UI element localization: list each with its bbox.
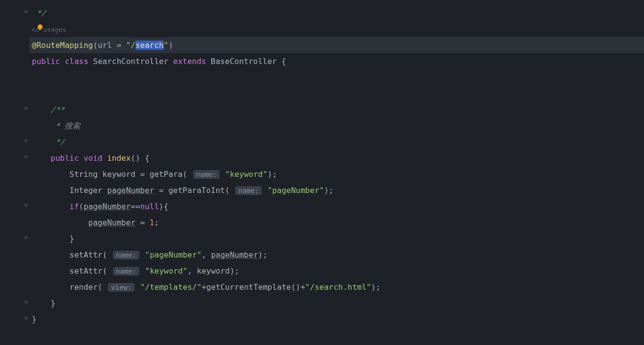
code-line[interactable] <box>29 69 644 86</box>
code-line[interactable] <box>29 86 644 102</box>
svg-rect-1 <box>39 29 41 30</box>
code-line-highlighted[interactable]: @RouteMapping(url = "/search") <box>29 37 644 53</box>
intention-bulb-icon[interactable] <box>36 23 44 31</box>
param-hint: name: <box>193 170 220 179</box>
code-line[interactable]: setAttr( name: "keyword", keyword); <box>29 263 644 279</box>
code-line[interactable]: setAttr( name: "pageNumber", pageNumber)… <box>29 247 644 263</box>
code-line[interactable]: */ <box>29 134 644 150</box>
svg-point-0 <box>38 24 43 29</box>
fold-marker[interactable]: ⊟ <box>23 105 29 111</box>
code-line[interactable]: if(pageNumber==null){ <box>29 198 644 215</box>
fold-marker[interactable]: ⊟ <box>23 8 29 15</box>
code-line[interactable]: pageNumber = 1; <box>29 215 644 231</box>
selected-text: search <box>135 41 164 50</box>
param-hint: name: <box>113 267 139 276</box>
code-line[interactable]: /** <box>29 102 644 118</box>
param-hint: name: <box>113 251 139 259</box>
fold-marker[interactable]: ⊟ <box>23 153 29 160</box>
code-line[interactable]: render( view: "/templates/"+getCurrentTe… <box>29 279 644 295</box>
code-area[interactable]: */ no usages @RouteMapping(url = "/searc… <box>29 0 644 345</box>
param-hint: view: <box>108 283 134 292</box>
code-line[interactable]: * 搜索 <box>29 118 644 134</box>
annotation: @RouteMapping <box>32 41 93 50</box>
fold-marker[interactable]: ⊟ <box>23 315 29 321</box>
fold-marker[interactable]: ⊟ <box>23 299 29 305</box>
code-line[interactable]: } <box>29 311 644 327</box>
code-line[interactable]: Integer pageNumber = getParaToInt( name:… <box>29 182 644 198</box>
code-line[interactable]: } <box>29 231 644 247</box>
gutter: ⊟ ⊟ ⊟ ⊟ ⊟ ⊟ ⊟ ⊟ <box>0 0 29 345</box>
code-line[interactable]: no usages <box>29 21 644 37</box>
param-hint: name: <box>235 186 262 195</box>
comment-end: */ <box>37 8 46 18</box>
fold-marker[interactable]: ⊟ <box>23 137 29 144</box>
code-line[interactable]: public void index() { <box>29 150 644 166</box>
code-line[interactable]: */ <box>29 5 644 21</box>
code-line[interactable]: } <box>29 295 644 311</box>
code-line[interactable]: public class SearchController extends Ba… <box>29 53 644 69</box>
code-editor[interactable]: ⊟ ⊟ ⊟ ⊟ ⊟ ⊟ ⊟ ⊟ */ no usages @RouteMappi… <box>0 0 644 345</box>
code-line[interactable]: String keyword = getPara( name: "keyword… <box>29 166 644 182</box>
fold-marker[interactable]: ⊟ <box>23 234 29 240</box>
fold-marker[interactable]: ⊟ <box>23 202 29 208</box>
